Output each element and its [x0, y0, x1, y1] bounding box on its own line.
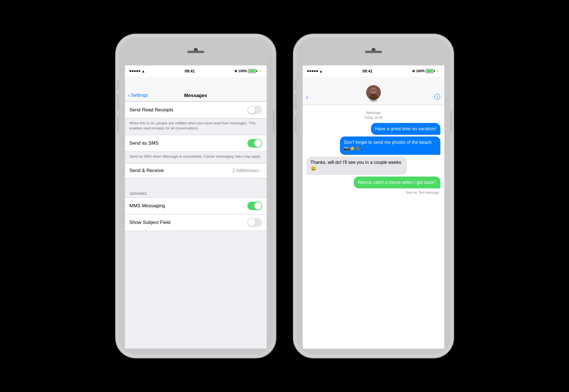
toggle-thumb-2 [254, 140, 262, 147]
signal-1 [129, 70, 140, 72]
send-receive-addresses: 2 Addresses [232, 168, 259, 173]
speaker-2 [365, 51, 382, 53]
avatar-image [366, 85, 381, 100]
battery-2 [426, 69, 435, 73]
svg-point-1 [370, 88, 377, 94]
dot1 [129, 70, 131, 72]
dot4 [136, 70, 138, 72]
battery-pct-1: 100% [238, 69, 247, 73]
mms-label: MMS Messaging [129, 203, 165, 209]
bubble-row-2: Don't forget to send me photos of the be… [307, 136, 440, 155]
section-smsmms: SMS/MMS MMS Messaging Show Subject Field [125, 186, 267, 231]
vol-up-button-1[interactable] [117, 94, 119, 111]
time-1: 09:41 [185, 69, 195, 73]
status-bar-1: ▲ 09:41 ⊕ 100% ⚡ [125, 65, 267, 77]
dot2 [132, 70, 133, 72]
speaker-1 [187, 51, 204, 53]
toggle-thumb-3 [254, 202, 262, 210]
toggle-thumb-1 [248, 106, 255, 114]
svg-point-3 [372, 90, 373, 91]
dot5 [139, 70, 140, 72]
s-dot1 [307, 70, 309, 72]
row-subject: Show Subject Field [125, 214, 267, 231]
messages-body: iMessageToday 14:00 Have a great time on… [303, 105, 444, 349]
separator-1 [125, 178, 267, 186]
smsmms-header: SMS/MMS [125, 186, 267, 197]
bubble-2: Don't forget to send me photos of the be… [340, 136, 440, 155]
svg-point-4 [374, 90, 375, 91]
bubble-1: Have a great time on vacation! [371, 123, 440, 135]
phone-2: ▲ 09:41 ⊕ 100% ⚡ [293, 34, 454, 358]
bubble-4: Wanna catch a movie when I get back? [354, 177, 440, 188]
phone-1: ▲ 09:41 ⊕ 100% ⚡ [115, 34, 276, 358]
messages-back-button[interactable]: ‹ [306, 93, 308, 101]
messages-nav: ‹ [303, 77, 444, 105]
location-icon-1: ⊕ [234, 69, 237, 73]
read-receipts-label: Send Read Receipts [129, 107, 173, 113]
settings-body: Send Read Receipts When this is on, peop… [125, 102, 267, 349]
mms-toggle[interactable] [247, 202, 262, 210]
s-dot4 [314, 70, 316, 72]
bubble-3: Thanks, will do! I'll see you in a coupl… [307, 157, 407, 175]
battery-fill-2 [427, 70, 433, 72]
power-button-2[interactable] [451, 111, 452, 133]
settings-nav: ‹ Settings Messages [125, 77, 267, 102]
phone-2-screen: ▲ 09:41 ⊕ 100% ⚡ [303, 65, 444, 349]
read-receipts-desc: When this is on, people are notified whe… [125, 118, 267, 135]
signal-2 [307, 70, 318, 72]
send-sms-toggle[interactable] [247, 139, 262, 147]
phone-1-inner: ▲ 09:41 ⊕ 100% ⚡ [119, 37, 273, 355]
section-send-sms: Send as SMS Send as SMS when iMessage is… [125, 135, 267, 163]
battery-tip-2 [434, 70, 435, 72]
subject-label: Show Subject Field [129, 220, 171, 225]
bubble-row-1: Have a great time on vacation! [307, 123, 440, 135]
send-sms-label: Send as SMS [129, 140, 159, 146]
send-receive-value: 2 Addresses › [232, 168, 262, 173]
read-receipts-toggle[interactable] [247, 106, 262, 114]
s-dot5 [316, 70, 318, 72]
status-right-1: ⊕ 100% ⚡ [234, 69, 262, 73]
row-read-receipts: Send Read Receipts [125, 102, 267, 118]
phone-2-inner: ▲ 09:41 ⊕ 100% ⚡ [296, 37, 451, 355]
wifi-icon-1: ▲ [142, 69, 145, 73]
contact-name: Tom [370, 98, 377, 102]
sent-as-text-label: Sent as Text Message [307, 191, 440, 195]
s-dot2 [309, 70, 311, 72]
vol-up-button-2[interactable] [295, 94, 296, 111]
status-bar-2: ▲ 09:41 ⊕ 100% ⚡ [303, 65, 444, 77]
settings-title: Messages [125, 93, 267, 98]
status-left-2: ▲ [307, 69, 323, 73]
phone-1-screen: ▲ 09:41 ⊕ 100% ⚡ [125, 65, 267, 349]
power-button-1[interactable] [273, 111, 274, 133]
time-2: 09:41 [363, 69, 373, 73]
toggle-thumb-4 [248, 219, 255, 226]
status-left-1: ▲ [129, 69, 145, 73]
battery-tip-1 [256, 70, 257, 72]
vol-down-button-1[interactable] [117, 116, 119, 133]
battery-fill-1 [249, 70, 255, 72]
phones-container: ▲ 09:41 ⊕ 100% ⚡ [104, 23, 465, 369]
bolt-icon-2: ⚡ [436, 70, 440, 73]
vol-down-button-2[interactable] [295, 116, 296, 133]
row-send-sms: Send as SMS [125, 135, 267, 152]
silent-button-1[interactable] [117, 80, 119, 90]
section-send-receive: Send & Receive 2 Addresses › [125, 163, 267, 178]
battery-1 [248, 69, 257, 73]
battery-body-1 [248, 69, 256, 73]
messages-date: iMessageToday 14:00 [303, 111, 444, 120]
messages-info-button[interactable]: ⓘ [434, 93, 440, 101]
location-icon-2: ⊕ [412, 69, 415, 73]
battery-body-2 [426, 69, 434, 73]
wifi-icon-2: ▲ [319, 69, 323, 73]
messages-list: Have a great time on vacation! Don't for… [303, 123, 444, 195]
send-receive-label: Send & Receive [129, 168, 164, 173]
battery-pct-2: 100% [416, 69, 425, 73]
subject-toggle[interactable] [247, 218, 262, 227]
contact-avatar[interactable] [366, 85, 381, 100]
send-sms-desc: Send as SMS when iMessage is unavailable… [125, 152, 267, 163]
row-send-receive[interactable]: Send & Receive 2 Addresses › [125, 163, 267, 178]
chevron-icon-send-receive: › [260, 168, 262, 173]
silent-button-2[interactable] [295, 80, 296, 90]
bolt-icon-1: ⚡ [258, 70, 262, 73]
row-mms: MMS Messaging [125, 197, 267, 214]
